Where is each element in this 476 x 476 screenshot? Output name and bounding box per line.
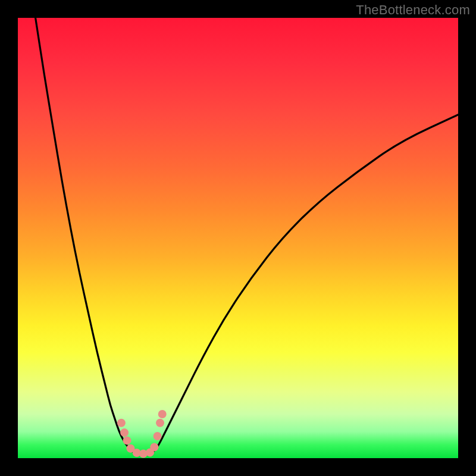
marker-dot [158, 410, 167, 418]
marker-dot [123, 436, 131, 444]
plot-area [18, 18, 458, 458]
marker-dot [120, 428, 129, 437]
marker-dot [154, 432, 162, 440]
curve-group [36, 18, 458, 455]
outer-frame: TheBottleneck.com [0, 0, 476, 476]
marker-dot [150, 443, 158, 452]
chart-svg [18, 18, 458, 458]
right-branch-line [150, 115, 458, 454]
watermark-text: TheBottleneck.com [356, 2, 470, 18]
marker-dot [156, 419, 164, 427]
left-branch-line [36, 18, 137, 454]
marker-dot [117, 419, 126, 427]
markers-group [117, 410, 167, 458]
